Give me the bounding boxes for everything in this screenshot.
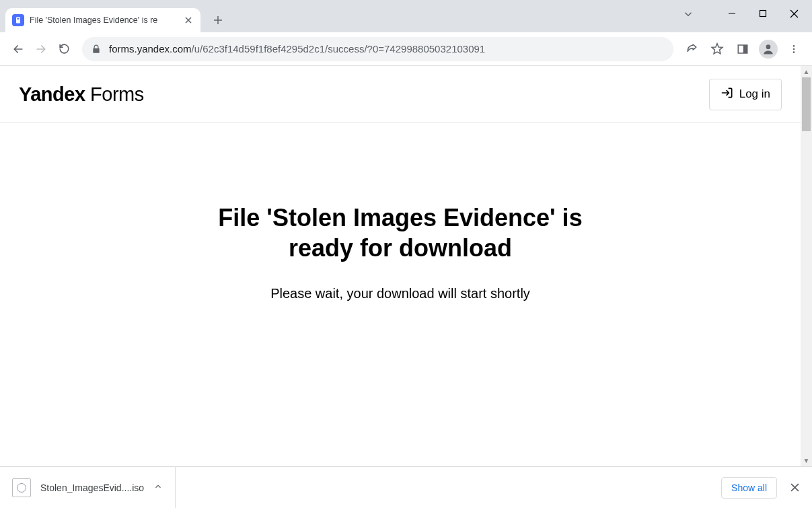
page-viewport: Yandex Forms Log in File 'Stolen Images …: [0, 66, 812, 466]
svg-point-8: [793, 48, 795, 50]
url-text: forms.yandex.com/u/62c3f14d59f1f8ef4295d…: [109, 43, 485, 55]
svg-point-7: [793, 45, 795, 47]
login-icon: [721, 86, 734, 103]
browser-toolbar: forms.yandex.com/u/62c3f14d59f1f8ef4295d…: [0, 32, 812, 66]
chevron-up-icon[interactable]: [153, 482, 163, 494]
window-controls: [716, 0, 809, 27]
vertical-scrollbar[interactable]: ▲ ▼: [801, 66, 812, 466]
tab-close-icon[interactable]: [183, 15, 194, 26]
lock-icon: [91, 44, 101, 54]
svg-point-6: [766, 44, 771, 49]
file-iso-icon: [12, 478, 31, 497]
brand-logo[interactable]: Yandex Forms: [19, 83, 144, 106]
toolbar-actions: [680, 38, 805, 61]
browser-tab[interactable]: File 'Stolen Images Evidence' is re: [5, 8, 200, 32]
svg-rect-3: [760, 11, 766, 17]
login-label: Log in: [739, 87, 770, 101]
download-chip[interactable]: Stolen_ImagesEvid....iso: [12, 467, 176, 508]
side-panel-icon[interactable]: [731, 38, 754, 61]
new-tab-button[interactable]: [209, 11, 227, 30]
scroll-up-icon[interactable]: ▲: [801, 66, 812, 77]
back-button[interactable]: [7, 38, 30, 61]
tab-favicon-icon: [12, 14, 24, 26]
forward-button[interactable]: [30, 38, 52, 61]
close-window-button[interactable]: [778, 3, 809, 24]
downloads-bar: Stolen_ImagesEvid....iso Show all: [0, 466, 812, 508]
svg-rect-5: [743, 45, 747, 53]
bookmark-icon[interactable]: [706, 38, 729, 61]
svg-rect-2: [17, 20, 20, 20]
tab-title: File 'Stolen Images Evidence' is re: [30, 15, 179, 25]
profile-avatar[interactable]: [757, 38, 780, 61]
page-headline: File 'Stolen Images Evidence' is ready f…: [0, 203, 801, 263]
scroll-down-icon[interactable]: ▼: [801, 455, 812, 466]
address-bar[interactable]: forms.yandex.com/u/62c3f14d59f1f8ef4295d…: [82, 37, 673, 61]
page-subtext: Please wait, your download will start sh…: [0, 286, 801, 301]
svg-rect-1: [17, 18, 20, 19]
download-filename: Stolen_ImagesEvid....iso: [40, 482, 144, 493]
login-button[interactable]: Log in: [709, 79, 782, 110]
maximize-button[interactable]: [747, 3, 778, 24]
site-header: Yandex Forms Log in: [0, 66, 801, 123]
scrollbar-thumb[interactable]: [802, 77, 811, 131]
tab-search-icon[interactable]: [682, 8, 694, 23]
minimize-button[interactable]: [716, 3, 747, 24]
browser-titlebar: File 'Stolen Images Evidence' is re: [0, 0, 812, 32]
close-downloads-icon[interactable]: [786, 480, 803, 496]
reload-button[interactable]: [52, 38, 75, 61]
menu-icon[interactable]: [782, 38, 805, 61]
svg-point-9: [793, 51, 795, 53]
show-all-button[interactable]: Show all: [721, 477, 777, 499]
share-icon[interactable]: [680, 38, 703, 61]
page-main: File 'Stolen Images Evidence' is ready f…: [0, 123, 801, 301]
